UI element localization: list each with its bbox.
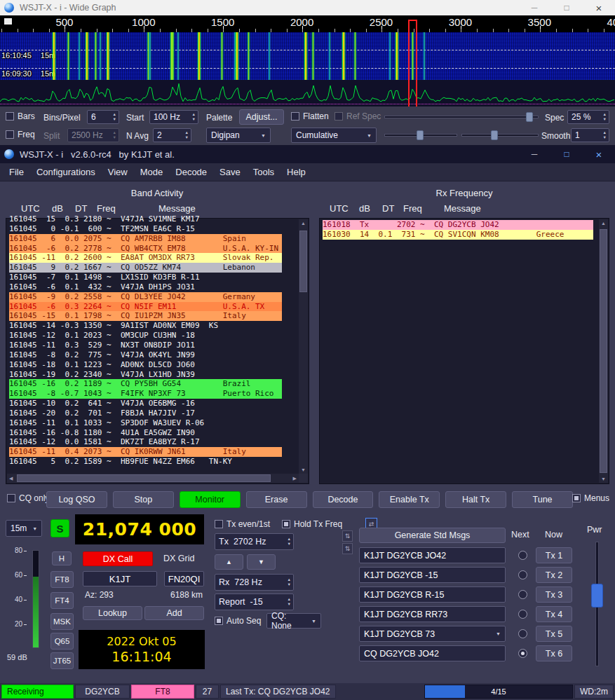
tx-message-field[interactable]: K1JT DG2YCB JO42 bbox=[359, 547, 506, 563]
spectrum-mode-select[interactable]: Cumulative▼ bbox=[291, 128, 377, 143]
next-radio[interactable] bbox=[518, 551, 527, 560]
decode-line[interactable]: 161045 5 0.2 1589 ~ HB9FUE N4ZZ EM66 TN-… bbox=[7, 457, 299, 467]
next-radio[interactable] bbox=[518, 570, 527, 579]
halt-tx-button[interactable]: Halt Tx bbox=[445, 491, 506, 508]
spec-percent-spinner[interactable]: 25 %▲▼ bbox=[567, 110, 609, 124]
rx-frequency-list[interactable]: 161018 Tx 2702 ~ CQ DG2YCB JO42161030 14… bbox=[320, 219, 599, 483]
decode-line[interactable]: 161045 -14 -0.3 1350 ~ 9A1IST AD0NX EM09… bbox=[7, 321, 299, 331]
decode-line[interactable]: 161045 6 0.0 2075 ~ CQ AM7RBB IM88 Spain bbox=[7, 234, 299, 244]
spectrum-display[interactable] bbox=[0, 80, 615, 107]
decode-line[interactable]: 161045 -9 0.2 2558 ~ CQ DL3YEE JO42 Germ… bbox=[7, 292, 299, 302]
spec-gain-slider[interactable] bbox=[384, 112, 539, 122]
flatten-checkbox[interactable]: Flatten bbox=[291, 111, 329, 121]
tx-now-button[interactable]: Tx 5 bbox=[536, 626, 572, 642]
tx-now-button[interactable]: Tx 1 bbox=[536, 547, 572, 563]
menu-item[interactable]: Save bbox=[213, 167, 247, 177]
erase-button[interactable]: Erase bbox=[246, 491, 307, 508]
spinner-arrows[interactable]: ▲▼ bbox=[601, 131, 609, 139]
next-radio[interactable] bbox=[518, 610, 527, 619]
decode-line[interactable]: 161045 -20 0.2 701 ~ F8BJA HA7JIV -17 bbox=[7, 409, 299, 418]
menu-item[interactable]: Decode bbox=[169, 167, 213, 177]
decode-line[interactable]: 161045 -6 0.1 432 ~ V47JA DH1PS JO31 bbox=[7, 282, 299, 292]
stop-button[interactable]: Stop bbox=[113, 491, 174, 508]
tx-message-field[interactable]: K1JT DG2YCB RR73 bbox=[359, 606, 506, 622]
waterfall-gain-slider[interactable] bbox=[384, 130, 457, 140]
menus-checkbox[interactable]: Menus bbox=[572, 493, 609, 503]
vertical-scrollbar[interactable] bbox=[599, 219, 608, 483]
log-qso-button[interactable]: Log QSO bbox=[46, 491, 107, 508]
frequency-scale[interactable]: 5001000150020002500300035004000 bbox=[0, 15, 615, 32]
start-freq-spinner[interactable]: 100 Hz▲▼ bbox=[149, 110, 198, 124]
decode-line[interactable]: 161045 -12 0.1 2023 ~ OM3CUP CU3HN -18 bbox=[7, 331, 299, 341]
spinner-arrows[interactable]: ▲▼ bbox=[183, 131, 191, 139]
decode-line[interactable]: 161018 Tx 2702 ~ CQ DG2YCB JO42 bbox=[320, 220, 599, 230]
next-radio[interactable] bbox=[518, 590, 527, 599]
n-avg-spinner[interactable]: 2▲▼ bbox=[153, 128, 191, 142]
decode-line[interactable]: 161045 0 -0.1 600 ~ TF2MSN EA6C R-15 bbox=[7, 224, 299, 234]
horizontal-scrollbar[interactable] bbox=[7, 474, 299, 483]
tx-message-field[interactable]: CQ DG2YCB JO42 bbox=[359, 645, 506, 661]
decode-line[interactable]: 161045 -7 0.1 1498 ~ LX1SID KD3FB R-11 bbox=[7, 273, 299, 282]
menu-item[interactable]: File bbox=[3, 167, 30, 177]
enable-tx-button[interactable]: Enable Tx bbox=[379, 491, 440, 508]
decode-line[interactable]: 161045 -11 0.2 2600 ~ EA8AT OM3DX RR73 S… bbox=[7, 253, 299, 263]
scrollbar-thumb[interactable] bbox=[17, 474, 271, 482]
decode-line[interactable]: 161030 14 0.1 731 ~ CQ SV1CQN KM08 Greec… bbox=[320, 230, 599, 240]
cq-only-checkbox[interactable]: CQ only bbox=[7, 493, 49, 503]
menu-item[interactable]: View bbox=[102, 167, 134, 177]
palette-select[interactable]: Digipan▼ bbox=[206, 128, 271, 143]
menu-item[interactable]: Configurations bbox=[30, 167, 102, 177]
scrollbar-thumb[interactable] bbox=[299, 231, 307, 292]
decode-line[interactable]: 161045 15 0.3 2180 ~ V47JA SV1MNE KM17 bbox=[7, 214, 299, 224]
menu-item[interactable]: Tools bbox=[247, 167, 281, 177]
waterfall-zero-slider[interactable] bbox=[461, 130, 539, 140]
decode-line[interactable]: 161045 9 0.2 1667 ~ CQ OD5ZZ KM74 Lebano… bbox=[7, 263, 299, 273]
tx-now-button[interactable]: Tx 3 bbox=[536, 586, 572, 603]
decode-line[interactable]: 161045 -11 0.4 2073 ~ CQ IK0RWW JN61 Ita… bbox=[7, 447, 299, 457]
decode-line[interactable]: 161045 -16 0.2 1189 ~ CQ PY5BH GG54 Braz… bbox=[7, 379, 299, 389]
decode-line[interactable]: 161045 -18 0.1 1223 ~ AD0NX DL5CD JO60 bbox=[7, 360, 299, 370]
menu-item[interactable]: Help bbox=[281, 167, 312, 177]
band-activity-list[interactable]: 161045 15 0.3 2180 ~ V47JA SV1MNE KM1716… bbox=[7, 214, 299, 474]
spinner-arrows[interactable]: ▲▼ bbox=[111, 113, 119, 121]
decode-line[interactable]: 161045 -11 0.1 1033 ~ SP3DOF WA3UEV R-06 bbox=[7, 418, 299, 428]
spinner-arrows[interactable]: ▲▼ bbox=[601, 113, 609, 121]
waterfall-display[interactable]: 16:10:45 15m 16:09:30 15m bbox=[0, 32, 615, 80]
decode-line[interactable]: 161045 -11 0.3 529 ~ NX3T ON8DIP JO11 bbox=[7, 341, 299, 350]
decode-button[interactable]: Decode bbox=[313, 491, 374, 508]
slider-handle[interactable] bbox=[591, 584, 603, 608]
spinner-arrows[interactable]: ▲▼ bbox=[190, 113, 198, 121]
decode-line[interactable]: 161045 -6 0.2 2778 ~ CQ WB4CTX EM78 U.S.… bbox=[7, 244, 299, 254]
decode-line[interactable]: 161045 -10 0.2 641 ~ V47JA OE6BMG -16 bbox=[7, 399, 299, 409]
decode-line[interactable]: 161045 -16 -0.8 1180 ~ 4U1A EA5GWZ IN90 bbox=[7, 428, 299, 438]
decode-line[interactable]: 161045 -19 0.2 2340 ~ V47JA LX1HD JN39 bbox=[7, 370, 299, 380]
minimize-icon[interactable]: ─ bbox=[518, 145, 550, 163]
maximize-icon[interactable]: □ bbox=[550, 145, 583, 163]
decode-line[interactable]: 161045 -8 0.2 775 ~ V47JA OK4YL JN99 bbox=[7, 350, 299, 360]
monitor-button[interactable]: Monitor bbox=[180, 491, 241, 508]
freq-checkbox[interactable]: Freq bbox=[6, 130, 35, 139]
close-icon[interactable]: × bbox=[583, 145, 615, 163]
decode-line[interactable]: 161045 -12 0.0 1581 ~ DK7ZT EA8BYZ R-17 bbox=[7, 437, 299, 447]
bars-checkbox[interactable]: Bars bbox=[6, 111, 35, 121]
decode-line[interactable]: 161045 -8 -0.7 1043 ~ F4IFK NP3XF 73 Pue… bbox=[7, 389, 299, 399]
tx-message-field[interactable]: K1JT DG2YCB -15 bbox=[359, 567, 506, 583]
tx-now-button[interactable]: Tx 4 bbox=[536, 606, 572, 622]
minimize-icon[interactable]: ─ bbox=[518, 0, 550, 15]
maximize-icon[interactable]: □ bbox=[550, 0, 583, 15]
smooth-spinner[interactable]: 1▲▼ bbox=[571, 128, 609, 142]
tune-button[interactable]: Tune bbox=[512, 491, 573, 508]
close-icon[interactable]: × bbox=[583, 0, 615, 15]
palette-adjust-button[interactable]: Adjust... bbox=[239, 109, 284, 125]
tx-message-field[interactable]: K1JT DG2YCB 73 bbox=[359, 626, 506, 642]
next-radio[interactable] bbox=[518, 629, 527, 638]
menu-item[interactable]: Mode bbox=[134, 167, 170, 177]
scrollbar-thumb[interactable] bbox=[600, 229, 607, 473]
tx-now-button[interactable]: Tx 6 bbox=[536, 645, 572, 661]
next-radio[interactable] bbox=[518, 649, 527, 658]
vertical-scrollbar[interactable] bbox=[299, 219, 308, 474]
tx-message-field[interactable]: K1JT DG2YCB R-15 bbox=[359, 586, 506, 603]
tx-now-button[interactable]: Tx 2 bbox=[536, 567, 572, 583]
decode-line[interactable]: 161045 -6 0.3 2264 ~ CQ N5IF EM11 U.S.A.… bbox=[7, 302, 299, 312]
pwr-slider[interactable] bbox=[590, 542, 604, 666]
